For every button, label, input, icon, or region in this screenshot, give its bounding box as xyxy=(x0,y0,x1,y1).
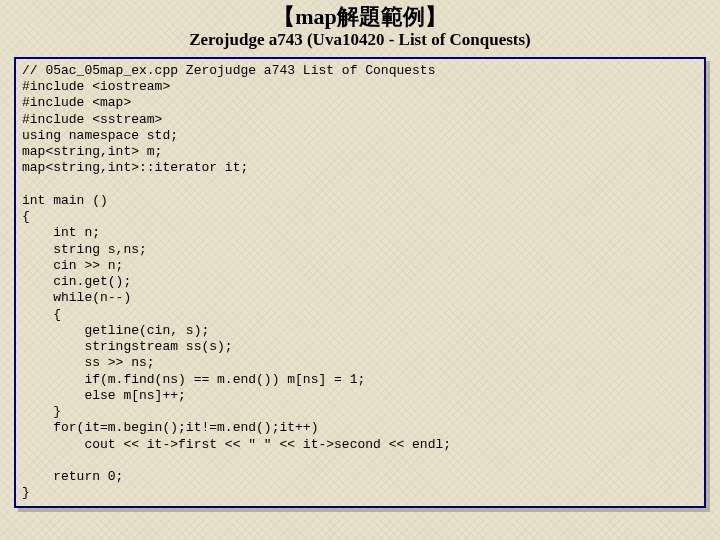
slide-header: 【map解題範例】 Zerojudge a743 (Uva10420 - Lis… xyxy=(0,0,720,51)
code-container: // 05ac_05map_ex.cpp Zerojudge a743 List… xyxy=(14,57,706,508)
slide-title: 【map解題範例】 xyxy=(0,4,720,30)
code-block: // 05ac_05map_ex.cpp Zerojudge a743 List… xyxy=(22,63,698,502)
slide-subtitle: Zerojudge a743 (Uva10420 - List of Conqu… xyxy=(0,30,720,50)
